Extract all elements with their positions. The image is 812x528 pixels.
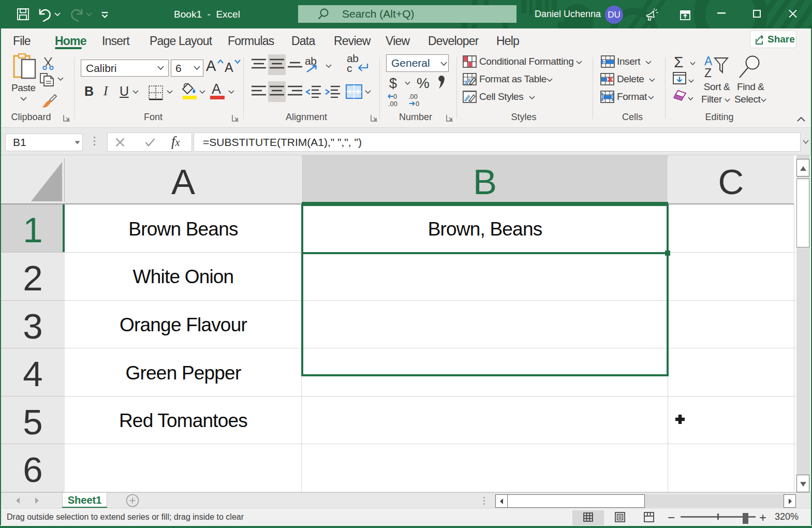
svg-text:.00: .00 [408,93,418,100]
svg-text:0: 0 [416,100,419,107]
svg-text:0: 0 [393,93,397,100]
svg-text:Z: Z [704,66,712,79]
svg-text:.00: .00 [388,100,397,107]
